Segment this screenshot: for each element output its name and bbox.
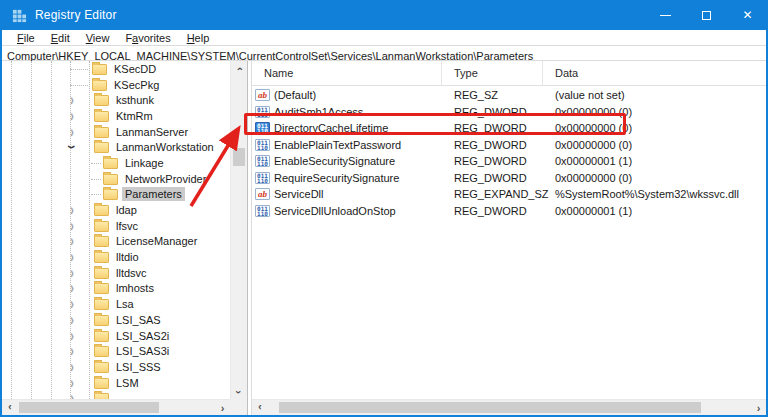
registry-value-row[interactable]: abServiceDll REG_EXPAND_SZ %SystemRoot%\… [252, 186, 766, 203]
tree-item-lanmanworkstation[interactable]: ›LanmanWorkstation [2, 139, 230, 155]
tree-item-lsi-sas[interactable]: ›LSI_SAS [2, 312, 230, 328]
scroll-right-button[interactable]: › [751, 400, 766, 415]
chevron-left-icon: › [8, 402, 12, 414]
tree-item-lltdio[interactable]: ›lltdio [2, 249, 230, 265]
registry-icon [12, 8, 27, 23]
chevron-right-icon[interactable]: › [64, 219, 80, 232]
tree-item-lsa[interactable]: ›Lsa [2, 296, 230, 312]
chevron-right-icon[interactable]: › [64, 298, 80, 311]
chevron-right-icon[interactable]: › [64, 376, 80, 389]
tree-item-parameters[interactable]: Parameters [2, 187, 230, 203]
minimize-button[interactable] [645, 0, 686, 30]
tree-item-partial[interactable]: › [2, 390, 230, 399]
scroll-up-button[interactable]: › [231, 61, 247, 76]
registry-value-row[interactable]: ab(Default) REG_SZ (value not set) [252, 87, 766, 104]
string-value-icon: ab [255, 89, 270, 101]
registry-value-row[interactable]: 011110EnableSecuritySignature REG_DWORD … [252, 153, 766, 170]
menu-favorites[interactable]: Favorites [117, 32, 178, 44]
folder-icon [94, 378, 109, 389]
menu-view[interactable]: View [78, 32, 118, 44]
chevron-right-icon[interactable]: › [64, 125, 80, 138]
column-header-name[interactable]: Name [252, 61, 442, 85]
tree-item-label: lltdsvc [113, 266, 150, 280]
scrollbar-thumb[interactable] [19, 402, 159, 413]
value-type: REG_DWORD [442, 172, 543, 184]
tree-item-lsi-sss[interactable]: ›LSI_SSS [2, 359, 230, 375]
chevron-right-icon[interactable]: › [64, 109, 80, 122]
tree-item-label: Lsa [113, 297, 137, 311]
tree-item-lsi-sas2i[interactable]: ›LSI_SAS2i [2, 328, 230, 344]
tree-item-ldap[interactable]: ›ldap [2, 202, 230, 218]
tree-item-lanmanserver[interactable]: ›LanmanServer [2, 124, 230, 140]
value-type: REG_SZ [442, 89, 543, 101]
values-list: ab(Default) REG_SZ (value not set) 01111… [252, 87, 766, 399]
tree-item-label: ksthunk [113, 93, 157, 107]
tree-vertical-scrollbar[interactable]: › › [230, 61, 247, 399]
minimize-icon [660, 15, 671, 16]
tree-item-label: LSI_SSS [113, 360, 164, 374]
tree-item-linkage[interactable]: Linkage [2, 155, 230, 171]
value-data: 0x00000000 (0) [543, 122, 766, 134]
menu-help[interactable]: Help [179, 32, 218, 44]
chevron-right-icon: › [757, 402, 761, 414]
chevron-right-icon[interactable]: › [64, 282, 80, 295]
scroll-right-button[interactable]: › [215, 400, 230, 415]
chevron-right-icon[interactable]: › [64, 251, 80, 264]
tree-item-ksecpkg[interactable]: KSecPkg [2, 77, 230, 93]
folder-icon [94, 331, 109, 342]
scroll-left-button[interactable]: › [2, 400, 17, 415]
tree-item-licensemanager[interactable]: ›LicenseManager [2, 234, 230, 250]
tree-horizontal-scrollbar[interactable]: › › [2, 399, 230, 415]
scroll-down-button[interactable]: › [231, 384, 247, 399]
value-name: DirectoryCacheLifetime [274, 122, 388, 134]
maximize-icon [702, 11, 711, 20]
chevron-right-icon[interactable]: › [64, 360, 80, 373]
list-horizontal-scrollbar[interactable]: › › [252, 399, 766, 415]
scrollbar-thumb[interactable] [279, 402, 701, 413]
folder-icon [94, 252, 109, 263]
tree-item-lltdsvc[interactable]: ›lltdsvc [2, 265, 230, 281]
column-header-type[interactable]: Type [442, 61, 543, 85]
value-type: REG_EXPAND_SZ [442, 188, 543, 200]
chevron-right-icon[interactable]: › [64, 345, 80, 358]
scrollbar-thumb[interactable] [233, 148, 245, 166]
chevron-right-icon[interactable]: › [64, 204, 80, 217]
folder-icon [94, 346, 109, 357]
registry-editor-window: Registry Editor ✕ File Edit View Favorit… [0, 0, 768, 417]
registry-value-row-highlighted[interactable]: 011110DirectoryCacheLifetime REG_DWORD 0… [252, 120, 766, 137]
tree-item-ksthunk[interactable]: ›ksthunk [2, 92, 230, 108]
tree-item-lsi-sas3i[interactable]: ›LSI_SAS3i [2, 343, 230, 359]
tree-item-lfsvc[interactable]: ›lfsvc [2, 218, 230, 234]
registry-value-row[interactable]: 011110EnablePlainTextPassword REG_DWORD … [252, 137, 766, 154]
folder-icon [94, 95, 109, 106]
scrollbar-track[interactable] [231, 76, 247, 384]
registry-value-row[interactable]: 011110AuditSmb1Access REG_DWORD 0x000000… [252, 104, 766, 121]
menu-edit[interactable]: Edit [43, 32, 78, 44]
scrollbar-track[interactable] [17, 400, 215, 415]
registry-value-row[interactable]: 011110RequireSecuritySignature REG_DWORD… [252, 170, 766, 187]
menu-file[interactable]: File [9, 32, 43, 44]
tree-item-ktmrm[interactable]: ›KtmRm [2, 108, 230, 124]
chevron-right-icon[interactable]: › [64, 94, 80, 107]
tree-item-networkprovider[interactable]: NetworkProvider [2, 171, 230, 187]
value-name: EnableSecuritySignature [274, 155, 395, 167]
tree-item-lsm[interactable]: ›LSM [2, 375, 230, 391]
chevron-right-icon[interactable]: › [64, 235, 80, 248]
chevron-right-icon[interactable]: › [64, 266, 80, 279]
tree-item-ksecdd[interactable]: KSecDD [2, 61, 230, 77]
chevron-right-icon[interactable]: › [64, 329, 80, 342]
chevron-down-icon[interactable]: › [66, 139, 79, 155]
value-data: (value not set) [543, 89, 766, 101]
tree-item-label-selected: Parameters [122, 187, 185, 201]
column-header-data[interactable]: Data [543, 61, 766, 85]
tree-item-lmhosts[interactable]: ›lmhosts [2, 281, 230, 297]
chevron-right-icon[interactable]: › [64, 392, 80, 399]
chevron-right-icon[interactable]: › [64, 313, 80, 326]
scroll-left-button[interactable]: › [252, 400, 267, 415]
maximize-button[interactable] [686, 0, 727, 30]
close-button[interactable]: ✕ [727, 0, 768, 30]
folder-icon [94, 205, 109, 216]
scrollbar-track[interactable] [267, 400, 751, 415]
registry-value-row[interactable]: 011110ServiceDllUnloadOnStop REG_DWORD 0… [252, 203, 766, 220]
tree-item-label: Linkage [122, 156, 167, 170]
